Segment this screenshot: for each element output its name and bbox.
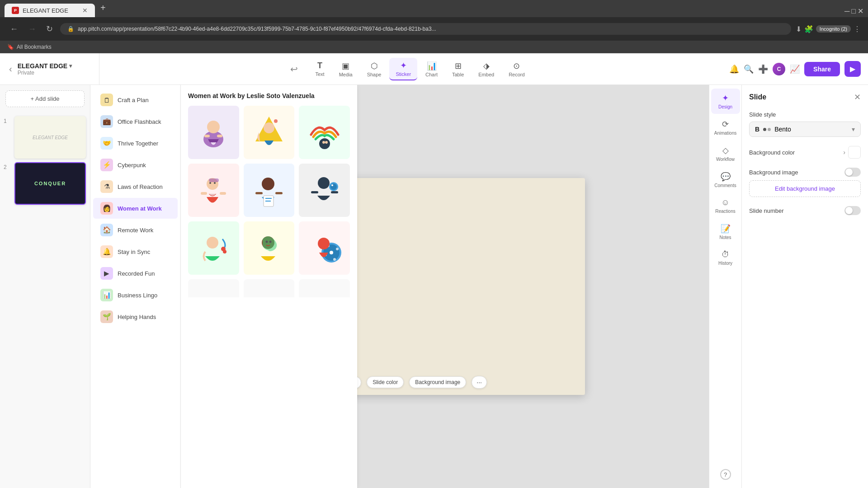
analytics-button[interactable]: 📈 <box>790 64 800 74</box>
sticker-cat-cyber[interactable]: ⚡ Cyberpunk <box>93 155 178 175</box>
tab-title: ELEGANT EDGE <box>23 7 68 14</box>
cat-office-icon: 💼 <box>100 115 113 128</box>
props-header: Slide ✕ <box>749 92 861 102</box>
project-privacy: Private <box>18 70 72 76</box>
forward-button[interactable]: → <box>25 22 39 37</box>
slide-color-btn[interactable]: Slide color <box>367 376 404 388</box>
sticker-cat-remote[interactable]: 🏠 Remote Work <box>93 220 178 240</box>
sticker-cat-recorded[interactable]: ▶ Recorded Fun <box>93 263 178 284</box>
workflow-panel-btn[interactable]: ◇ Workflow <box>711 141 740 166</box>
dropdown-icon[interactable]: ▾ <box>69 63 72 69</box>
new-tab-button[interactable]: + <box>97 3 109 13</box>
design-icon: ✦ <box>722 93 729 103</box>
slide-item-1[interactable]: 1 ELEGANT EDGE <box>4 116 86 159</box>
reload-button[interactable]: ↻ <box>43 21 56 37</box>
animations-panel-btn[interactable]: ⟳ Animations <box>711 115 740 140</box>
sticker-cell-4[interactable] <box>188 164 239 217</box>
play-button[interactable]: ▶ <box>844 61 861 77</box>
cat-women-icon: 👩 <box>100 202 113 215</box>
slide-number-1: 1 <box>4 116 11 124</box>
tool-shape[interactable]: ⬡ Shape <box>361 58 388 80</box>
comments-icon: 💬 <box>721 172 731 182</box>
svg-rect-17 <box>255 192 263 194</box>
sticker-cat-thrive[interactable]: 🤝 Thrive Together <box>93 133 178 154</box>
tool-record[interactable]: ⊙ Record <box>502 58 531 80</box>
close-button[interactable]: ✕ <box>858 7 863 15</box>
lock-icon: 🔒 <box>67 26 74 32</box>
style-selector[interactable]: B Bento ▾ <box>749 122 861 137</box>
sticker-cat-laws[interactable]: ⚗ Laws of Reaction <box>93 176 178 197</box>
extension-btn[interactable]: 🧩 <box>804 25 813 33</box>
tool-table[interactable]: ⊞ Table <box>446 58 470 80</box>
slide-item-2[interactable]: 2 CONQUER <box>4 162 86 205</box>
notifications-button[interactable]: 🔔 <box>729 64 739 74</box>
props-title: Slide <box>749 93 766 101</box>
project-name: ELEGANT EDGE ▾ <box>18 62 72 70</box>
sticker-cell-1[interactable] <box>188 106 239 159</box>
tool-chart[interactable]: 📊 Chart <box>419 58 444 80</box>
all-bookmarks-label[interactable]: All Bookmarks <box>17 44 52 50</box>
address-bar[interactable]: 🔒 app.pitch.com/app/presentation/58f67c2… <box>60 23 791 35</box>
sticker-cat-sync[interactable]: 🔔 Stay in Sync <box>93 241 178 262</box>
comments-panel-btn[interactable]: 💬 Comments <box>711 167 740 192</box>
active-tab[interactable]: P ELEGANT EDGE ✕ <box>5 4 95 17</box>
bg-color-label: Background color <box>749 149 795 156</box>
tool-embed[interactable]: ⬗ Embed <box>472 58 500 80</box>
props-close-button[interactable]: ✕ <box>854 92 861 102</box>
sticker-cell-5[interactable] <box>244 164 295 217</box>
add-slide-button[interactable]: + Add slide <box>5 90 85 107</box>
slide-number-toggle[interactable] <box>844 206 861 215</box>
bg-color-swatch[interactable] <box>848 146 861 159</box>
sticker-cell-7[interactable] <box>188 221 239 275</box>
sticker-cat-office[interactable]: 💼 Office Flashback <box>93 111 178 132</box>
search-button[interactable]: 🔍 <box>744 64 754 74</box>
share-button[interactable]: Share <box>804 62 840 76</box>
sticker-cat-craft[interactable]: 🗒 Craft a Plan <box>93 89 178 110</box>
sticker-cat-women[interactable]: 👩 Women at Work <box>93 198 178 219</box>
tool-text[interactable]: T Text <box>309 58 330 80</box>
sticker-cat-helping[interactable]: 🌱 Helping Hands <box>93 306 178 327</box>
svg-rect-2 <box>204 135 210 137</box>
sticker-cell-8[interactable] <box>244 221 295 275</box>
design-panel-btn[interactable]: ✦ Design <box>711 89 740 114</box>
edit-bg-button[interactable]: Edit background image <box>749 180 861 197</box>
bg-image-btn-bar[interactable]: Background image <box>409 376 466 388</box>
canvas-and-overlay: CO B Slide style Slide color Background … <box>90 85 709 488</box>
minimize-button[interactable]: ─ <box>844 7 849 15</box>
more-options-btn[interactable]: ··· <box>472 376 487 389</box>
add-person-button[interactable]: ➕ <box>758 64 768 74</box>
svg-point-14 <box>214 182 216 184</box>
incognito-download-btn[interactable]: ⬇ <box>796 25 802 33</box>
bookmark-bar: 🔖 All Bookmarks <box>0 41 868 53</box>
svg-point-9 <box>325 141 328 144</box>
toolbar-left: ‹ ELEGANT EDGE ▾ Private <box>0 53 99 84</box>
sticker-cell-3[interactable] <box>299 106 350 159</box>
menu-btn[interactable]: ⋮ <box>854 25 861 33</box>
style-selector-left: B Bento <box>755 126 791 133</box>
back-button[interactable]: ← <box>7 22 21 37</box>
svg-point-36 <box>330 251 333 254</box>
tool-sticker[interactable]: ✦ Sticker <box>389 58 417 80</box>
animations-icon: ⟳ <box>722 119 729 129</box>
bg-image-toggle[interactable] <box>844 168 861 177</box>
slide-style-label: Slide style <box>749 111 861 118</box>
sticker-cat-business[interactable]: 📊 Business Lingo <box>93 285 178 305</box>
sticker-cell-2[interactable] <box>244 106 295 159</box>
tab-close-icon[interactable]: ✕ <box>82 7 88 14</box>
main-area: + Add slide 1 ELEGANT EDGE 2 CONQUER <box>0 85 868 488</box>
sticker-cell-6[interactable] <box>299 164 350 217</box>
tool-media[interactable]: ▣ Media <box>333 58 359 80</box>
help-panel-btn[interactable]: ? <box>711 465 740 484</box>
svg-rect-24 <box>331 191 338 193</box>
expand-icon: › <box>843 149 845 156</box>
history-panel-btn[interactable]: ⏱ History <box>711 245 740 270</box>
nav-back-button[interactable]: ‹ <box>9 64 12 74</box>
undo-button[interactable]: ↩ <box>290 64 298 75</box>
notes-panel-btn[interactable]: 📝 Notes <box>711 219 740 244</box>
reactions-panel-btn[interactable]: ☺ Reactions <box>711 193 740 218</box>
style-dropdown-icon: ▾ <box>852 126 855 133</box>
svg-point-13 <box>209 182 211 184</box>
style-name: Bento <box>774 126 791 133</box>
maximize-button[interactable]: □ <box>851 7 856 15</box>
sticker-cell-9[interactable] <box>299 221 350 275</box>
